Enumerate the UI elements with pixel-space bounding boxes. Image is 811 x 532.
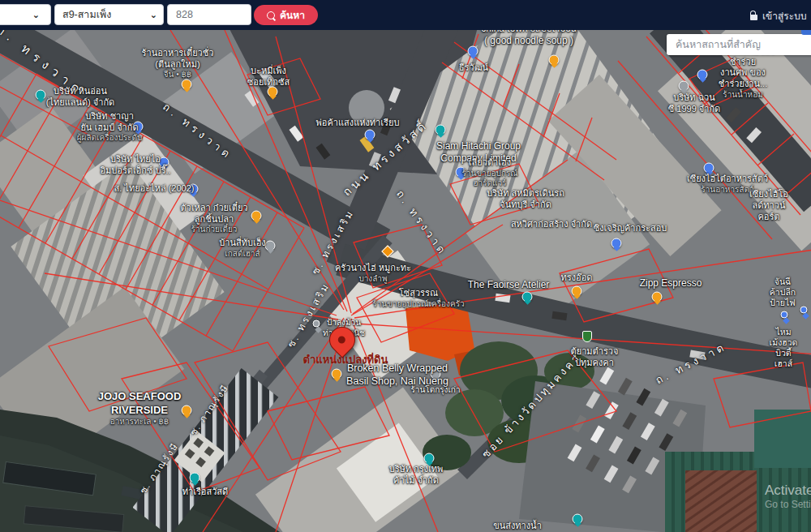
shop-marker-icon[interactable] xyxy=(365,130,375,140)
poi-label[interactable]: โซ่สุวรรณ ร้านขายอุปกรณ์เครื่องครัว xyxy=(372,277,464,320)
chevron-down-icon: ⌄ xyxy=(32,10,40,20)
poi-label[interactable]: ไหมเม้งฮวด บิวตี้เฮาส์ xyxy=(770,327,798,370)
restaurant-marker-icon[interactable] xyxy=(572,286,582,297)
poi-label-text: ร้านอาหารเตี๋ยวชั่ว (ตีนลูกใหม่) xyxy=(142,48,214,69)
poi-search-input[interactable] xyxy=(667,34,811,55)
poi-label[interactable]: บริษัท สหมิตรเดินรถ จันทบุรี จำกัด xyxy=(487,188,564,211)
poi-label[interactable]: ขนส่งทางน้ำ xyxy=(493,521,542,532)
poi-label-text: ครัวนางไฮ่ หมูกะทะ xyxy=(335,263,411,272)
restaurant-marker-icon[interactable] xyxy=(182,405,192,416)
company-marker-icon[interactable] xyxy=(679,81,689,92)
lock-icon xyxy=(750,15,757,20)
company-marker-icon[interactable] xyxy=(573,514,583,525)
poi-label[interactable]: Zipp Espresso xyxy=(640,277,702,290)
satellite-map[interactable]: ถ. ทรงวาด ถ. ทรงวาด ถนน ทรงสวัสดิ์ ถ. ทร… xyxy=(0,30,811,532)
parcel-number-input[interactable] xyxy=(167,4,251,25)
poi-label[interactable]: บ้านสี่ทับเฮ็ง เกสต์เฮาส์ xyxy=(219,226,265,270)
poi-label[interactable]: The Faoirse Atelier xyxy=(468,279,550,291)
shop-marker-icon[interactable] xyxy=(800,307,808,314)
cafe-marker-icon[interactable] xyxy=(652,292,663,302)
poi-label[interactable]: บริษัท ไทยไอ อิมปอร์ตเอ็กซ์ ปรี๊.. xyxy=(100,154,170,177)
poi-label-sub: เกสต์เฮาส์ xyxy=(219,249,265,260)
poi-label[interactable]: ท่าเรือสวัสดี xyxy=(182,487,228,498)
poi-label[interactable]: ซิงเจริญค้ากระสอบ xyxy=(594,223,667,234)
poi-label[interactable]: พ่อค้าแสงแห่งท่าเรียบ xyxy=(316,118,400,129)
poi-label[interactable]: ร้านโตกรุงเก่า xyxy=(410,385,460,396)
poi-label[interactable]: สหวิศาก่อสร้าง จำกัด xyxy=(511,219,592,230)
shop-marker-icon[interactable] xyxy=(781,311,788,319)
app-window: ถ. ทรงวาด ถ. ทรงวาด ถนน ทรงสวัสดิ์ ถ. ทร… xyxy=(0,0,811,532)
search-button[interactable]: ค้นหา xyxy=(254,5,318,25)
poi-label-sub: ร้านขายอุปกรณ์ ฮาร์ดแวร์ xyxy=(461,168,517,188)
shop-marker-icon[interactable] xyxy=(697,70,708,80)
clipped-blue-button[interactable] xyxy=(801,30,811,35)
search-button-label: ค้นหา xyxy=(280,7,305,23)
pier-marker-icon[interactable] xyxy=(190,473,200,483)
watermark-line1: Activate W xyxy=(765,483,811,499)
pier-marker-icon[interactable] xyxy=(313,320,320,328)
watermark-line2: Go to Setting xyxy=(765,499,811,510)
poi-label-text: เลียวต้าเฮง xyxy=(469,157,511,167)
session-control[interactable]: เข้าสู่ระบบ xyxy=(750,8,811,24)
poi-label[interactable]: ตู้ยามตำรวจ ปทุมคงคา xyxy=(571,346,619,369)
top-toolbar: มหานคร ⌄ ส9-สามเพ็ง ⌄ ค้นหา เข้าสู่ระบบ xyxy=(0,0,811,30)
company-marker-icon[interactable] xyxy=(424,453,435,464)
chevron-down-icon: ⌄ xyxy=(150,10,157,20)
company-marker-icon[interactable] xyxy=(522,292,533,302)
province-select[interactable]: มหานคร ⌄ xyxy=(0,4,51,25)
activation-watermark: Activate W Go to Setting xyxy=(765,483,811,510)
poi-label[interactable]: ร้านอาหารเตี๋ยวชั่ว (ตีนลูกใหม่) จีน • ฿… xyxy=(142,36,214,92)
poi-label[interactable]: china town street food ( good noodle sou… xyxy=(481,30,576,47)
restaurant-marker-icon[interactable] xyxy=(549,55,560,66)
poi-label[interactable]: บะหมี่เพ็ง ซอยเท็กซัส xyxy=(247,66,290,88)
poi-label[interactable]: ธีรวัฒน์ xyxy=(459,62,488,74)
district-select[interactable]: ส9-สามเพ็ง ⌄ xyxy=(54,4,164,25)
poi-label-text: โซ่สุวรรณ xyxy=(399,288,438,298)
poi-label-sub: ร้านขายอุปกรณ์เครื่องครัว xyxy=(372,299,464,310)
poi-label[interactable]: บริษัท กรุงเทพ ค้าไม้ จำกัด xyxy=(389,464,444,487)
poi-label[interactable]: จันฉี ค้าปลีกป้ายไฟ xyxy=(769,277,797,308)
poi-label-text: JOJO SEAFOOD RIVERSIDE xyxy=(98,391,182,416)
session-label: เข้าสู่ระบบ xyxy=(762,8,807,24)
company-marker-icon[interactable] xyxy=(436,125,446,135)
restaurant-marker-icon[interactable] xyxy=(332,369,342,380)
district-select-value: ส9-สามเพ็ง xyxy=(62,6,111,23)
poi-label[interactable]: บริษัท ชาญา ยัน เฮมป์ จำกัด ผู้ผลิตเครื่… xyxy=(77,100,143,155)
poi-label-sub: จีน • ฿฿ xyxy=(142,71,214,81)
poi-label[interactable]: JOJO SEAFOOD RIVERSIDE อาหารทะเล • ฿฿ xyxy=(98,377,182,440)
poi-label[interactable]: เซียงไฮ้โอลด์ทาวน์คอร์ต xyxy=(748,189,790,222)
poi-label[interactable]: บริษัท ฉวน ซี 1999 จำกัด xyxy=(668,92,720,115)
police-box-marker-icon[interactable] xyxy=(582,331,592,342)
restaurant-marker-icon[interactable] xyxy=(251,211,262,221)
poi-label-text: บ้านสี่ทับเฮ็ง xyxy=(219,238,265,247)
search-icon xyxy=(267,11,275,19)
shop-marker-icon[interactable] xyxy=(611,238,622,249)
poi-label-text: เซียงไฮ่ไต๋อาหารสัตว์ xyxy=(687,174,768,183)
poi-label-text: ตัวเหลา ก๋วยเตี๋ยว ลูกชิ้นปลา xyxy=(180,203,247,224)
lodging-marker-icon[interactable] xyxy=(265,241,276,251)
poi-label[interactable]: ทรงอ๊อด xyxy=(561,272,593,284)
poi-label-text: บริษัท ชาญา ยัน เฮมป์ จำกัด xyxy=(80,111,138,132)
shop-marker-icon[interactable] xyxy=(468,46,478,57)
company-marker-icon[interactable] xyxy=(36,90,46,101)
poi-label-sub: ผู้ผลิตเครื่องประดับ xyxy=(77,134,143,144)
poi-label-sub: อาหารทะเล • ฿฿ xyxy=(98,417,182,427)
